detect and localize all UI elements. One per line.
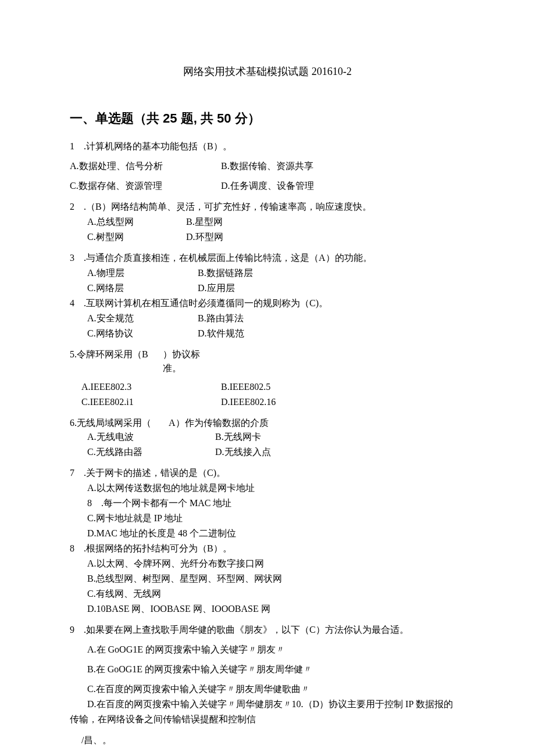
q2-opt-c: C.树型网 — [87, 230, 186, 244]
q1-opt-d: D.任务调度、设备管理 — [221, 179, 314, 193]
q1-opt-a: A.数据处理、信号分析 — [70, 159, 221, 173]
q9-opt-a: A.在 GoOG1E 的网页搜索中输入关键字〃朋友〃 — [70, 643, 465, 657]
q5-opt-a: A.IEEE802.3 — [81, 380, 221, 394]
q3-opt-c: C.网络层 — [87, 281, 198, 295]
q3-opt-d: D.应用层 — [198, 281, 235, 295]
question-3: 3 .与通信介质直接相连，在机械层面上传输比特流，这是（A）的功能。 A.物理层… — [70, 251, 465, 295]
question-8: 8 .根据网络的拓扑结构可分为（B）。 A.以太网、令牌环网、光纤分布数字接口网… — [70, 542, 465, 616]
q9-opt-c: C.在百度的网页搜索中输入关键字〃朋友周华健歌曲〃 — [70, 682, 465, 696]
q6-opt-b: B.无线网卡 — [215, 430, 261, 444]
question-1: 1 .计算机网络的基本功能包括（B）。 A.数据处理、信号分析 B.数据传输、资… — [70, 139, 465, 193]
q5-stem-a: 5.令牌环网采用（B — [70, 347, 163, 375]
q5-opt-c: C.IEEE802.i1 — [81, 395, 221, 409]
q2-opt-d: D.环型网 — [186, 230, 223, 244]
q5-opt-d: D.IEEE802.16 — [221, 395, 276, 409]
q3-opt-b: B.数据链路层 — [198, 266, 253, 280]
q6-stem-b: A）作为传输数据的介质 — [169, 416, 269, 430]
q2-stem: 2 .（B）网络结构简单、灵活，可扩充性好，传输速率高，响应速度快。 — [70, 200, 465, 214]
q6-opt-a: A.无线电波 — [87, 430, 215, 444]
q10-options: A.RIP B.SMTP — [70, 753, 465, 756]
q6-opt-c: C.无线路由器 — [87, 445, 215, 459]
q9-opt-b: B.在 GoOG1E 的网页搜索中输入关键字〃朋友周华健〃 — [70, 662, 465, 676]
q3-opt-a: A.物理层 — [87, 266, 198, 280]
q10-opt-a: A.RIP — [76, 753, 145, 756]
q8-opt-c: C.有线网、无线网 — [70, 587, 465, 601]
question-6: 6.无线局域网采用（ A）作为传输数据的介质 A.无线电波B.无线网卡 C.无线… — [70, 416, 465, 459]
q6-stem-a: 6.无线局域网采用（ — [70, 416, 169, 430]
q7-opt-d: D.MAC 地址的长度是 48 个二进制位 — [70, 526, 465, 540]
q8-opt-a: A.以太网、令牌环网、光纤分布数字接口网 — [70, 557, 465, 571]
question-9: 9 .如果要在网上查找歌手周华健的歌曲《朋友》，以下（C）方法你认为最合适。 A… — [70, 623, 465, 726]
q7-sub8: 8 .每一个网卡都有一个 MAC 地址 — [70, 496, 465, 510]
q2-opt-a: A.总线型网 — [87, 215, 186, 229]
q2-opt-b: B.星型网 — [186, 215, 223, 229]
q1-opt-c: C.数据存储、资源管理 — [70, 179, 221, 193]
question-2: 2 .（B）网络结构简单、灵活，可扩充性好，传输速率高，响应速度快。 A.总线型… — [70, 200, 465, 244]
q5-opt-b: B.IEEE802.5 — [221, 380, 270, 394]
q4-opt-d: D.软件规范 — [198, 327, 244, 341]
page: 网络实用技术基础模拟试题 201610-2 一、单选题（共 25 题, 共 50… — [0, 0, 535, 756]
q9-opt-d-and-q10: D.在百度的网页搜索中输入关键字〃周华健朋友〃10.（D）协议主要用于控制 IP… — [70, 697, 465, 711]
q8-opt-d: D.10BASE 网、IOOBASE 网、IOOOBASE 网 — [70, 602, 465, 616]
q6-opt-d: D.无线接入点 — [215, 445, 271, 459]
tail-text: /昌、。 — [70, 733, 465, 747]
q4-opt-c: C.网络协议 — [87, 327, 198, 341]
q4-opt-b: B.路由算法 — [198, 311, 244, 325]
doc-title: 网络实用技术基础模拟试题 201610-2 — [70, 64, 465, 80]
q4-opt-a: A.安全规范 — [87, 311, 198, 325]
question-5: 5.令牌环网采用（B ）协议标准。 A.IEEE802.3B.IEEE802.5… — [70, 347, 465, 409]
q7-opt-c: C.网卡地址就是 IP 地址 — [70, 511, 465, 525]
q8-opt-b: B.总线型网、树型网、星型网、环型网、网状网 — [70, 572, 465, 586]
q8-stem: 8 .根据网络的拓扑结构可分为（B）。 — [70, 542, 465, 556]
q7-stem: 7 .关于网卡的描述，错误的是（C)。 — [70, 466, 465, 480]
q9-stem: 9 .如果要在网上查找歌手周华健的歌曲《朋友》，以下（C）方法你认为最合适。 — [70, 623, 465, 637]
q3-stem: 3 .与通信介质直接相连，在机械层面上传输比特流，这是（A）的功能。 — [70, 251, 465, 265]
q4-stem: 4 .互联网计算机在相互通信时必须遵循同一的规则称为（C)。 — [70, 296, 465, 310]
q5-stem-b: ）协议标准。 — [163, 347, 209, 375]
q1-opt-b: B.数据传输、资源共享 — [221, 159, 313, 173]
q1-stem: 1 .计算机网络的基本功能包括（B）。 — [70, 139, 465, 153]
q10-cont: 传输，在网络设备之间传输错误提醒和控制信 — [70, 712, 465, 726]
q10-opt-b: B.SMTP — [145, 753, 178, 756]
section-header: 一、单选题（共 25 题, 共 50 分） — [70, 109, 465, 128]
q7-opt-a: A.以太网传送数据包的地址就是网卡地址 — [70, 481, 465, 495]
question-7: 7 .关于网卡的描述，错误的是（C)。 A.以太网传送数据包的地址就是网卡地址 … — [70, 466, 465, 540]
question-4: 4 .互联网计算机在相互通信时必须遵循同一的规则称为（C)。 A.安全规范B.路… — [70, 296, 465, 341]
